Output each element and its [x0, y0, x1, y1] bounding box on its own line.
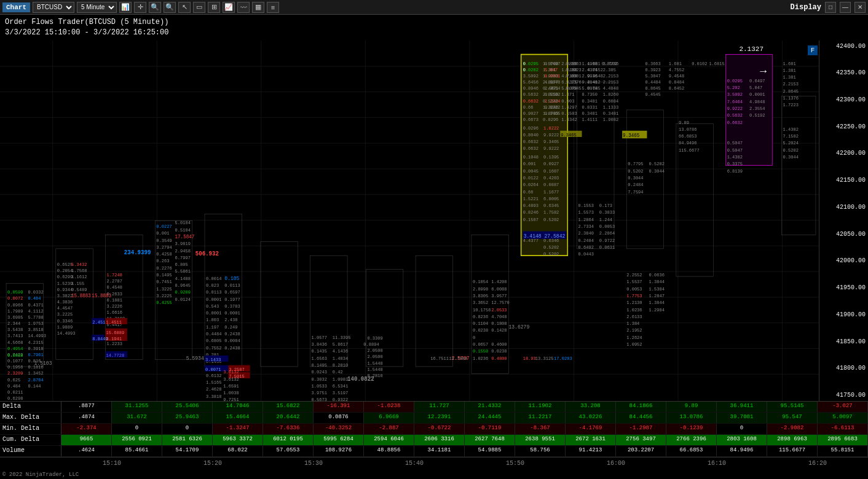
- svg-text:0.6525: 0.6525: [57, 262, 73, 267]
- volume-cells: .4624 85.4661 54.1709 68.022 57.0553 108…: [61, 446, 868, 456]
- delta-cell: 31.1255: [112, 402, 162, 412]
- svg-text:15.8883: 15.8883: [71, 292, 91, 298]
- svg-text:0.4484: 0.4484: [206, 331, 222, 336]
- price-level: 42400.00: [819, 43, 868, 50]
- cumdelta-label: Cum. Delta: [0, 435, 61, 445]
- crosshair-icon[interactable]: ✛: [134, 2, 146, 13]
- svg-text:3.3822: 3.3822: [57, 293, 73, 298]
- svg-text:0: 0: [523, 61, 526, 66]
- price-level: 42100.00: [819, 204, 868, 211]
- zoom-out-icon[interactable]: 🔍: [164, 2, 176, 13]
- svg-text:6.8139: 6.8139: [727, 168, 743, 173]
- cumdelta-cell: 2895 6683: [818, 435, 868, 445]
- svg-text:2.3554: 2.3554: [749, 106, 765, 111]
- svg-text:1.2130: 1.2130: [626, 300, 642, 305]
- tool4-icon[interactable]: 〰: [237, 2, 250, 13]
- svg-rect-36: [781, 96, 816, 235]
- time-label-1610: 16:10: [666, 458, 767, 470]
- svg-text:14.7728: 14.7728: [106, 352, 125, 357]
- time-label-1600: 16:00: [566, 458, 666, 470]
- svg-text:1.3246: 1.3246: [543, 104, 558, 109]
- svg-text:2.2153: 2.2153: [603, 73, 619, 78]
- delta-cell: -3.027: [818, 402, 868, 412]
- svg-text:0.9722: 0.9722: [599, 238, 615, 243]
- svg-text:8.2810: 8.2810: [367, 373, 383, 378]
- svg-text:0.1495: 0.1495: [312, 362, 328, 367]
- cumdelta-cell: 6012 0195: [263, 435, 314, 445]
- close-button[interactable]: ✕: [854, 2, 866, 13]
- svg-text:1.0952: 1.0952: [626, 341, 642, 346]
- svg-text:1.2864: 1.2864: [578, 217, 594, 222]
- svg-text:14.4993: 14.4993: [28, 333, 46, 338]
- chart-main[interactable]: 2.1327 → F: [0, 41, 819, 401]
- svg-text:5.0078: 5.0078: [582, 85, 598, 90]
- delta-cell: 14.7046: [213, 402, 263, 412]
- svg-text:2.4384: 2.4384: [582, 67, 598, 72]
- svg-text:3.6985: 3.6985: [7, 314, 23, 319]
- svg-text:4.1436: 4.1436: [333, 349, 348, 354]
- svg-text:4.9848: 4.9848: [749, 99, 765, 104]
- svg-text:0.1550: 0.1550: [473, 349, 489, 354]
- tool3-icon[interactable]: 📈: [223, 2, 235, 13]
- svg-text:2.0533: 2.0533: [491, 307, 507, 312]
- cumdelta-cell: 2756 3497: [616, 435, 666, 445]
- arrow-right-icon: →: [760, 65, 767, 77]
- timeframe-select[interactable]: 5 Minute: [77, 2, 117, 13]
- svg-text:0.3044: 0.3044: [783, 154, 799, 159]
- tool5-icon[interactable]: ▦: [252, 2, 264, 13]
- svg-text:0.6632: 0.6632: [727, 120, 743, 125]
- volume-cell: 54.1709: [162, 446, 213, 456]
- symbol-select[interactable]: BTCUSD: [33, 2, 74, 13]
- svg-text:0.625: 0.625: [7, 377, 21, 382]
- tool1-icon[interactable]: ▭: [193, 2, 205, 13]
- svg-text:4.2315: 4.2315: [28, 340, 44, 345]
- svg-text:0.9322: 0.9322: [333, 397, 348, 401]
- svg-text:1.681: 1.681: [783, 61, 796, 66]
- mindelta-cell: -8.367: [515, 424, 566, 434]
- cumdelta-cell: 5995 6284: [314, 435, 364, 445]
- minimize-button[interactable]: □: [825, 2, 836, 13]
- zoom-in-icon[interactable]: 🔍: [149, 2, 161, 13]
- svg-text:7.1582: 7.1582: [783, 133, 798, 138]
- svg-text:1.3225: 1.3225: [156, 286, 172, 291]
- time-label-1530: 15:30: [263, 458, 364, 470]
- svg-text:0.5348: 0.5348: [543, 98, 558, 103]
- svg-text:0.4471: 0.4471: [543, 85, 559, 90]
- svg-text:1.5573: 1.5573: [578, 210, 594, 215]
- price-level: 42300.00: [819, 96, 868, 103]
- maximize-button[interactable]: —: [840, 2, 851, 13]
- f-button[interactable]: F: [808, 45, 818, 55]
- info-value: 2.1327: [739, 45, 763, 53]
- svg-text:12.7570: 12.7570: [491, 300, 510, 305]
- mindelta-cell: -2.9082: [767, 424, 818, 434]
- mindelta-label: Min. Delta: [0, 424, 61, 434]
- svg-text:0.249: 0.249: [224, 324, 237, 329]
- svg-text:0.3918: 0.3918: [28, 346, 43, 351]
- mindelta-cell: -6.6113: [818, 424, 868, 434]
- volume-cell: 115.6677: [767, 446, 818, 456]
- svg-text:2.8645: 2.8645: [783, 88, 799, 93]
- cursor-icon[interactable]: ↖: [178, 2, 191, 13]
- svg-text:2.4628: 2.4628: [206, 387, 221, 392]
- chart-tab[interactable]: Chart: [2, 2, 30, 12]
- svg-text:0.8296: 0.8296: [543, 117, 558, 122]
- svg-text:0.903: 0.903: [561, 98, 575, 103]
- svg-text:4.4377: 4.4377: [523, 238, 539, 243]
- svg-text:0.8331: 0.8331: [582, 104, 598, 109]
- svg-text:0.0053: 0.0053: [626, 286, 642, 291]
- svg-text:5.2024: 5.2024: [783, 141, 799, 146]
- svg-text:0.5202: 0.5202: [543, 244, 559, 249]
- svg-text:0.3481: 0.3481: [603, 111, 619, 115]
- svg-text:0.6632: 0.6632: [523, 146, 539, 151]
- tool6-icon[interactable]: ≡: [267, 2, 279, 13]
- svg-text:3.1941: 3.1941: [106, 336, 122, 341]
- svg-text:0.3032: 0.3032: [312, 376, 327, 381]
- svg-text:0.0631: 0.0631: [599, 244, 615, 249]
- bar-chart-icon[interactable]: 📊: [119, 2, 132, 13]
- svg-text:2.1952: 2.1952: [626, 328, 642, 333]
- tool2-icon[interactable]: ⊞: [208, 2, 220, 13]
- svg-text:1.5165: 1.5165: [206, 380, 222, 384]
- svg-text:1.7568: 1.7568: [71, 268, 87, 273]
- svg-text:1.1612: 1.1612: [71, 275, 87, 279]
- svg-text:0.5192: 0.5192: [749, 113, 765, 118]
